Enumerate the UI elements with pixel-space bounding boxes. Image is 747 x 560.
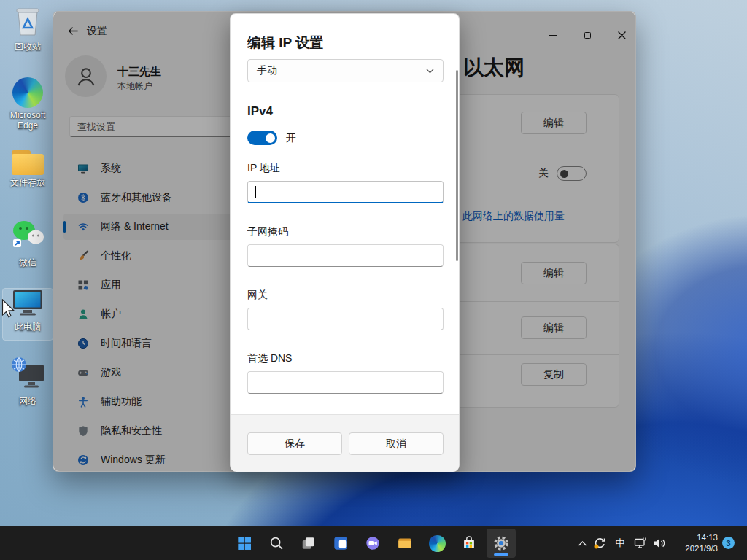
chevron-down-icon: [426, 69, 434, 74]
toggle-knob: [266, 133, 275, 143]
store-button[interactable]: [454, 529, 484, 558]
desktop: 回收站 Microsoft Edge 文件存放 微信: [0, 0, 747, 560]
network-icon: [10, 356, 45, 394]
start-button[interactable]: [230, 529, 259, 558]
dropdown-value: 手动: [257, 64, 426, 77]
ipv4-toggle[interactable]: [247, 131, 277, 145]
desktop-icon-recycle-bin[interactable]: 回收站: [3, 6, 53, 52]
cancel-button[interactable]: 取消: [349, 432, 444, 455]
ime-label: 中: [616, 537, 625, 550]
ipv4-heading: IPv4: [247, 104, 273, 119]
widgets-icon: [333, 535, 349, 551]
mouse-cursor: [1, 299, 15, 319]
edge-icon: [429, 535, 446, 552]
desktop-icon-label: 微信: [19, 257, 36, 268]
ipv4-toggle-label: 开: [286, 132, 296, 145]
start-icon: [236, 535, 252, 551]
preferred-dns-label: 首选 DNS: [247, 352, 292, 365]
file-explorer-button[interactable]: [390, 529, 419, 558]
save-button[interactable]: 保存: [247, 432, 342, 455]
wechat-icon: [10, 219, 45, 255]
ip-address-input[interactable]: [247, 181, 444, 203]
store-icon: [461, 535, 477, 551]
search-button[interactable]: [262, 529, 291, 558]
tray-network-icon[interactable]: [632, 534, 649, 552]
edge-icon: [12, 77, 43, 108]
task-view-icon: [301, 535, 317, 551]
folder-icon: [12, 150, 44, 175]
taskbar: 中 14:13 2021/9/3 3: [0, 526, 747, 560]
tray-update-status[interactable]: [591, 534, 608, 552]
subnet-mask-label: 子网掩码: [247, 225, 288, 238]
settings-gear-icon: [492, 534, 510, 552]
dialog-title: 编辑 IP 设置: [247, 34, 323, 52]
chat-button[interactable]: [358, 529, 387, 558]
file-explorer-icon: [397, 535, 413, 551]
chevron-up-icon: [578, 540, 587, 547]
task-view-button[interactable]: [294, 529, 323, 558]
widgets-button[interactable]: [326, 529, 355, 558]
subnet-mask-input[interactable]: [247, 244, 444, 267]
text-caret: [255, 186, 256, 198]
tray-ime-indicator[interactable]: 中: [611, 534, 629, 552]
desktop-icon-wechat[interactable]: 微信: [3, 219, 53, 268]
desktop-icon-file-storage[interactable]: 文件存放: [3, 150, 53, 187]
gateway-input[interactable]: [247, 308, 444, 330]
recycle-bin-icon: [13, 6, 42, 39]
ip-mode-dropdown[interactable]: 手动: [247, 59, 444, 82]
tray-time: 14:13: [665, 532, 718, 543]
volume-icon: [653, 537, 666, 549]
desktop-icon-label: 网络: [19, 396, 36, 406]
network-status-icon: [634, 537, 648, 550]
desktop-icon-label: Microsoft Edge: [3, 110, 53, 131]
notification-badge[interactable]: 3: [722, 537, 735, 549]
desktop-icon-network[interactable]: 网络: [3, 356, 53, 406]
desktop-icon-label: 此电脑: [15, 322, 41, 332]
search-icon: [268, 535, 285, 551]
update-icon: [593, 537, 606, 550]
dialog-footer: 保存 取消: [231, 414, 459, 472]
edit-ip-settings-dialog: 编辑 IP 设置 手动 IPv4 开 IP 地址 子网掩码 网关 首选 DNS …: [230, 13, 460, 471]
active-app-indicator: [494, 553, 508, 556]
tray-date: 2021/9/3: [665, 543, 718, 554]
preferred-dns-input[interactable]: [247, 371, 444, 394]
dialog-scrollbar[interactable]: [456, 70, 458, 261]
this-pc-icon: [11, 289, 44, 319]
desktop-icon-label: 回收站: [15, 42, 41, 52]
tray-chevron-up[interactable]: [573, 534, 591, 552]
desktop-icon-edge[interactable]: Microsoft Edge: [3, 77, 53, 131]
desktop-icon-label: 文件存放: [10, 177, 45, 187]
gateway-label: 网关: [247, 289, 268, 302]
edge-button[interactable]: [422, 529, 452, 558]
ip-address-label: IP 地址: [247, 162, 280, 175]
chat-icon: [365, 535, 381, 551]
tray-clock[interactable]: 14:13 2021/9/3: [665, 532, 718, 554]
